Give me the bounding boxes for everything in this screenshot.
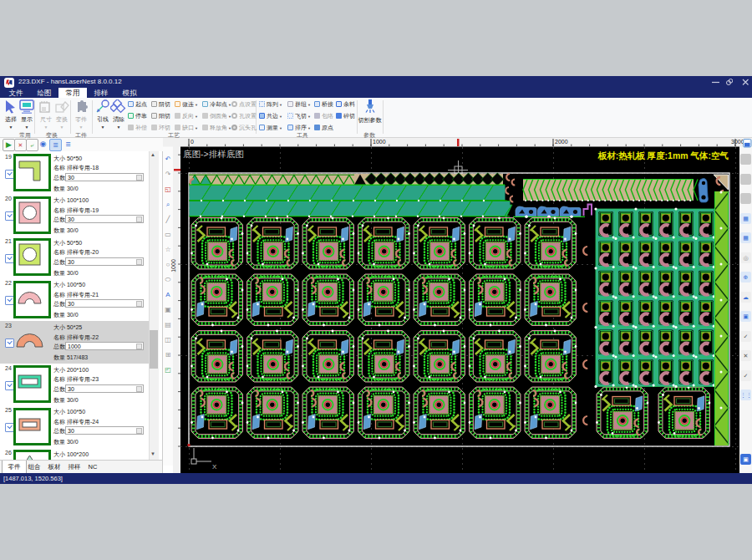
svg-text:1000: 1000 bbox=[170, 259, 176, 272]
svg-text:板材:热轧板 厚度:1mm 气体:空气: 板材:热轧板 厚度:1mm 气体:空气 bbox=[597, 150, 729, 161]
svg-text:1000: 1000 bbox=[373, 139, 386, 145]
svg-text:底图->排样底图: 底图->排样底图 bbox=[183, 149, 244, 159]
svg-text:X: X bbox=[212, 463, 217, 471]
svg-text:2000: 2000 bbox=[555, 139, 568, 145]
svg-text:0: 0 bbox=[191, 139, 194, 145]
